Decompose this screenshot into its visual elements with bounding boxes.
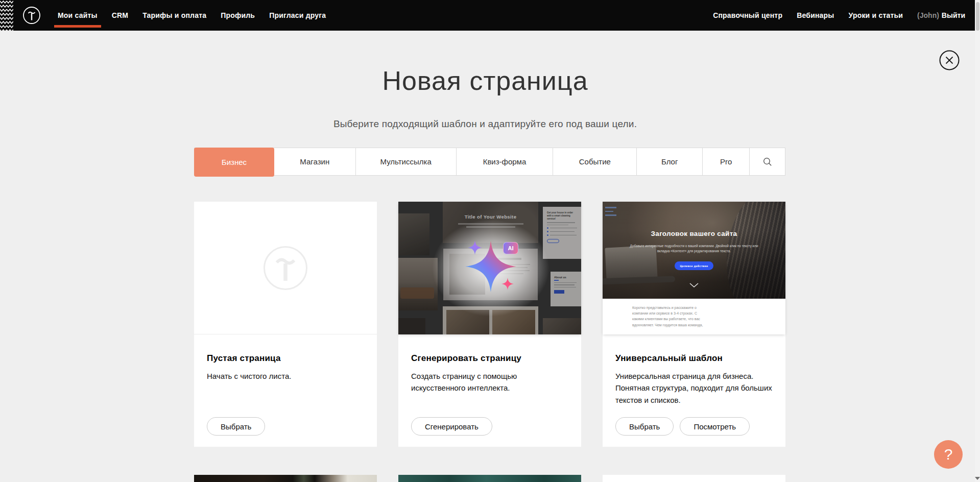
nav-invite-friend[interactable]: Пригласи друга xyxy=(269,11,326,19)
scrollbar-down-arrow[interactable] xyxy=(975,476,980,481)
close-button[interactable] xyxy=(939,50,960,70)
header: Мои сайты CRM Тарифы и оплата Профиль Пр… xyxy=(0,0,980,31)
generate-button[interactable]: Сгенерировать xyxy=(411,417,492,436)
card-description: Универсальная страница для бизнеса. Поня… xyxy=(615,370,773,406)
tab-blog[interactable]: Блог xyxy=(637,148,703,175)
card-body: Сгенерировать страницу Создать страницу … xyxy=(398,334,581,447)
template-hero-subtitle: Добавьте интересные подробности о вашей … xyxy=(628,244,760,254)
card-actions: Сгенерировать xyxy=(411,417,492,436)
tab-search[interactable] xyxy=(750,148,785,175)
tab-business[interactable]: Бизнес xyxy=(194,148,274,177)
question-mark-icon: ? xyxy=(944,446,953,463)
nav-my-sites[interactable]: Мои сайты xyxy=(58,11,98,19)
nav-profile[interactable]: Профиль xyxy=(221,11,255,19)
card-title: Пустая страница xyxy=(207,334,364,364)
tilda-watermark-icon xyxy=(262,245,308,291)
card-actions: Выбрать Посмотреть xyxy=(615,417,750,436)
nav-lessons[interactable]: Уроки и статьи xyxy=(849,11,903,19)
page-title: Новая страница xyxy=(0,65,970,96)
template-card-partial[interactable] xyxy=(398,475,581,482)
template-card-ai-generate: Title of Your Website Get your house in … xyxy=(398,202,581,447)
template-card-partial[interactable] xyxy=(194,475,377,482)
scrollbar xyxy=(975,0,980,482)
tab-event[interactable]: Событие xyxy=(553,148,637,175)
universal-template-preview[interactable]: Заголовок вашего сайта Добавьте интересн… xyxy=(603,202,785,334)
chevron-down-icon xyxy=(689,283,699,287)
zigzag-pattern xyxy=(0,0,13,31)
template-cta-button: Целевое действие xyxy=(675,261,713,270)
close-icon xyxy=(939,50,960,70)
user-name: (John) xyxy=(917,11,939,19)
hero-menu-lines xyxy=(605,207,616,219)
template-card-blank-page: Пустая страница Начать с чистого листа. … xyxy=(194,202,377,447)
nav-help-center[interactable]: Справочный центр xyxy=(713,11,782,19)
choose-button[interactable]: Выбрать xyxy=(615,417,674,436)
template-card-universal: Заголовок вашего сайта Добавьте интересн… xyxy=(603,202,785,447)
ai-sparkle-pink-icon xyxy=(501,278,514,290)
card-body: Пустая страница Начать с чистого листа. … xyxy=(194,334,377,447)
main-nav: Мои сайты CRM Тарифы и оплата Профиль Пр… xyxy=(58,11,326,19)
card-description: Создать страницу с помощью искусственног… xyxy=(411,370,554,394)
template-hero: Заголовок вашего сайта Добавьте интересн… xyxy=(603,202,785,299)
scrollbar-thumb[interactable] xyxy=(976,2,979,31)
tab-pro[interactable]: Pro xyxy=(703,148,750,175)
search-icon xyxy=(763,157,772,166)
tab-multilink[interactable]: Мультиссылка xyxy=(356,148,457,175)
tab-quiz-form[interactable]: Квиз-форма xyxy=(457,148,554,175)
template-intro-text: Коротко представьтесь и расскажите о ком… xyxy=(632,305,708,329)
template-card-partial[interactable] xyxy=(603,475,785,482)
nav-webinars[interactable]: Вебинары xyxy=(797,11,834,19)
help-button[interactable]: ? xyxy=(934,440,963,469)
logout-label: Выйти xyxy=(942,11,965,19)
page-subtitle: Выберите подходящий шаблон и адаптируйте… xyxy=(0,118,970,130)
tilda-logo-icon xyxy=(22,6,41,25)
ai-generate-preview[interactable]: Title of Your Website Get your house in … xyxy=(398,202,581,334)
secondary-nav: Справочный центр Вебинары Уроки и статьи… xyxy=(713,11,965,19)
view-button[interactable]: Посмотреть xyxy=(680,417,750,436)
card-actions: Выбрать xyxy=(207,417,265,436)
tilda-logo[interactable] xyxy=(22,6,41,25)
card-title: Сгенерировать страницу xyxy=(411,334,568,364)
template-hero-title: Заголовок вашего сайта xyxy=(603,230,785,237)
nav-crm[interactable]: CRM xyxy=(112,11,128,19)
nav-tariffs[interactable]: Тарифы и оплата xyxy=(142,11,206,19)
template-intro-section: Коротко представьтесь и расскажите о ком… xyxy=(603,299,785,334)
hero-photo-desk xyxy=(603,276,675,284)
blank-page-preview[interactable] xyxy=(194,202,377,334)
choose-button[interactable]: Выбрать xyxy=(207,417,265,436)
card-title: Универсальный шаблон xyxy=(615,334,773,364)
card-body: Универсальный шаблон Универсальная стран… xyxy=(603,334,785,447)
user-logout[interactable]: (John)Выйти xyxy=(917,11,965,19)
ai-badge: AI xyxy=(503,242,518,254)
tab-shop[interactable]: Магазин xyxy=(274,148,356,175)
template-category-tabs: Бизнес Магазин Мультиссылка Квиз-форма С… xyxy=(194,148,785,176)
new-page-screen: Мои сайты CRM Тарифы и оплата Профиль Пр… xyxy=(0,0,980,482)
card-description: Начать с чистого листа. xyxy=(207,370,364,382)
